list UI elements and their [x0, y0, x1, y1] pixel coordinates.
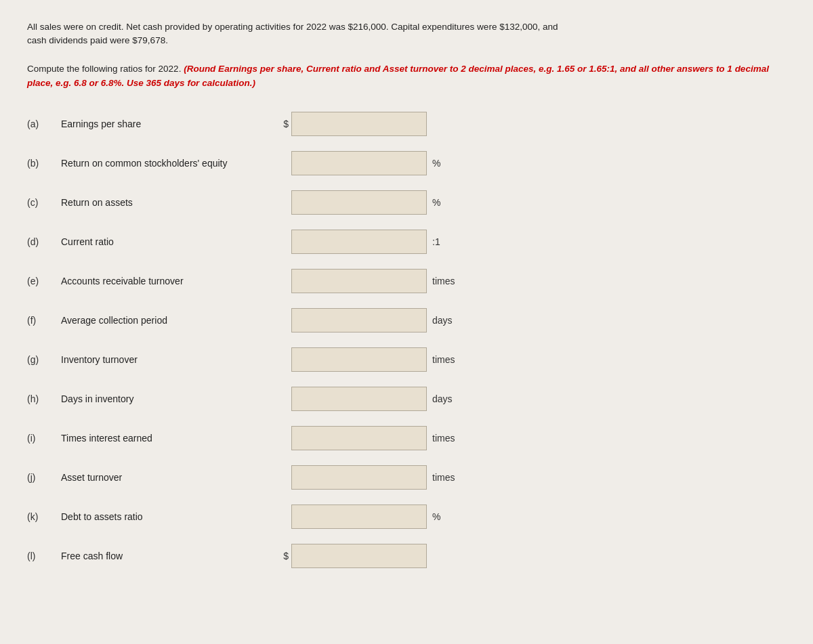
ratio-letter-h: (h) — [27, 393, 61, 404]
ratio-list: (a)Earnings per share$(b)Return on commo… — [27, 110, 786, 570]
ratio-label-f: Average collection period — [61, 315, 278, 326]
ratio-letter-g: (g) — [27, 354, 61, 365]
ratio-row-e: (e)Accounts receivable turnovertimes — [27, 267, 786, 295]
ratio-suffix-h: days — [432, 393, 453, 404]
ratio-letter-i: (i) — [27, 433, 61, 444]
earnings-per-share-input[interactable] — [291, 112, 427, 136]
ratio-suffix-g: times — [432, 354, 455, 365]
ratio-suffix-b: % — [432, 158, 440, 169]
ratio-suffix-f: days — [432, 315, 453, 326]
ratio-letter-j: (j) — [27, 472, 61, 483]
ratio-row-f: (f)Average collection perioddays — [27, 306, 786, 335]
ratio-label-g: Inventory turnover — [61, 354, 278, 365]
ratio-letter-d: (d) — [27, 236, 61, 247]
return-on-assets-input[interactable] — [291, 190, 427, 215]
ratio-label-a: Earnings per share — [61, 119, 278, 129]
intro-line1: All sales were on credit. Net cash provi… — [27, 22, 558, 32]
ratio-suffix-d: :1 — [432, 236, 440, 247]
ratio-prefix-l: $ — [278, 551, 289, 561]
ratio-row-a: (a)Earnings per share$ — [27, 110, 786, 138]
ratio-letter-c: (c) — [27, 197, 61, 208]
debt-to-assets-input[interactable] — [291, 505, 427, 529]
ratio-label-i: Times interest earned — [61, 433, 278, 444]
ratio-row-h: (h)Days in inventorydays — [27, 385, 786, 413]
ratio-letter-f: (f) — [27, 315, 61, 326]
inventory-turnover-input[interactable] — [291, 347, 427, 372]
ratio-suffix-i: times — [432, 433, 455, 444]
ratio-label-h: Days in inventory — [61, 393, 278, 404]
intro-line2: cash dividends paid were $79,678. — [27, 35, 168, 45]
ratio-row-b: (b)Return on common stockholders' equity… — [27, 149, 786, 177]
ratio-label-k: Debt to assets ratio — [61, 511, 278, 522]
ratio-letter-a: (a) — [27, 119, 61, 129]
ratio-suffix-k: % — [432, 511, 440, 522]
ratio-label-e: Accounts receivable turnover — [61, 276, 278, 286]
asset-turnover-input[interactable] — [291, 465, 427, 490]
return-on-equity-input[interactable] — [291, 151, 427, 175]
ratio-row-l: (l)Free cash flow$ — [27, 542, 786, 570]
ratio-label-c: Return on assets — [61, 197, 278, 208]
ratio-letter-k: (k) — [27, 511, 61, 522]
intro-paragraph: All sales were on credit. Net cash provi… — [27, 20, 786, 48]
free-cash-flow-input[interactable] — [291, 544, 427, 568]
ratio-suffix-c: % — [432, 197, 440, 208]
average-collection-period-input[interactable] — [291, 308, 427, 332]
ratio-row-i: (i)Times interest earnedtimes — [27, 424, 786, 452]
ratio-prefix-a: $ — [278, 119, 289, 129]
ratio-row-j: (j)Asset turnovertimes — [27, 463, 786, 492]
ratio-label-l: Free cash flow — [61, 551, 278, 561]
ratio-suffix-e: times — [432, 276, 455, 286]
ratio-row-g: (g)Inventory turnovertimes — [27, 345, 786, 374]
instructions-normal: Compute the following ratios for 2022. — [27, 64, 184, 74]
ratio-row-c: (c)Return on assets% — [27, 188, 786, 217]
ratio-label-d: Current ratio — [61, 236, 278, 247]
ratio-label-b: Return on common stockholders' equity — [61, 158, 278, 169]
current-ratio-input[interactable] — [291, 230, 427, 254]
instructions-paragraph: Compute the following ratios for 2022. (… — [27, 62, 786, 91]
ratio-row-k: (k)Debt to assets ratio% — [27, 502, 786, 531]
days-in-inventory-input[interactable] — [291, 387, 427, 411]
accounts-receivable-turnover-input[interactable] — [291, 269, 427, 293]
ratio-label-j: Asset turnover — [61, 472, 278, 483]
ratio-letter-b: (b) — [27, 158, 61, 169]
ratio-letter-l: (l) — [27, 551, 61, 561]
ratio-letter-e: (e) — [27, 276, 61, 286]
times-interest-earned-input[interactable] — [291, 426, 427, 450]
ratio-suffix-j: times — [432, 472, 455, 483]
ratio-row-d: (d)Current ratio:1 — [27, 228, 786, 256]
